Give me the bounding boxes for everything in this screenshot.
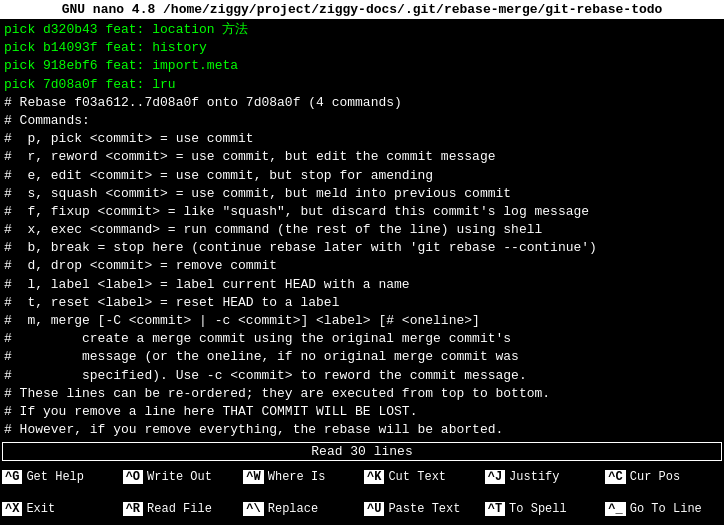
shortcut-key: ^R: [123, 502, 143, 516]
title-text: GNU nano 4.8 /home/ziggy/project/ziggy-d…: [62, 2, 663, 17]
shortcut-row-1: ^GGet Help^OWrite Out^WWhere Is^KCut Tex…: [0, 461, 724, 493]
editor-line: # t, reset <label> = reset HEAD to a lab…: [4, 294, 720, 312]
shortcut-key: ^J: [485, 470, 505, 484]
shortcut-label: Cur Pos: [630, 470, 680, 484]
shortcut-row-2: ^XExit^RRead File^\Replace^UPaste Text^T…: [0, 493, 724, 525]
shortcut-label: Paste Text: [388, 502, 460, 516]
shortcut-item[interactable]: ^GGet Help: [0, 461, 121, 493]
shortcut-label: Write Out: [147, 470, 212, 484]
editor-line: # message (or the oneline, if no origina…: [4, 348, 720, 366]
shortcut-key: ^X: [2, 502, 22, 516]
shortcut-item[interactable]: ^UPaste Text: [362, 493, 483, 525]
editor-line: # If you remove a line here THAT COMMIT …: [4, 403, 720, 421]
editor-line: # m, merge [-C <commit> | -c <commit>] <…: [4, 312, 720, 330]
app: GNU nano 4.8 /home/ziggy/project/ziggy-d…: [0, 0, 724, 525]
bottom-bar: ^GGet Help^OWrite Out^WWhere Is^KCut Tex…: [0, 461, 724, 525]
shortcut-key: ^O: [123, 470, 143, 484]
shortcut-item[interactable]: ^WWhere Is: [241, 461, 362, 493]
shortcut-key: ^\: [243, 502, 263, 516]
status-bar: Read 30 lines: [2, 442, 722, 461]
shortcut-key: ^K: [364, 470, 384, 484]
editor-line: pick 918ebf6 feat: import.meta: [4, 57, 720, 75]
editor-line: # Rebase f03a612..7d08a0f onto 7d08a0f (…: [4, 94, 720, 112]
shortcut-label: Read File: [147, 502, 212, 516]
editor-line: # However, if you remove everything, the…: [4, 421, 720, 439]
editor-line: # f, fixup <commit> = like "squash", but…: [4, 203, 720, 221]
editor-line: # x, exec <command> = run command (the r…: [4, 221, 720, 239]
shortcut-label: Cut Text: [388, 470, 446, 484]
editor-line: # p, pick <commit> = use commit: [4, 130, 720, 148]
shortcut-label: Replace: [268, 502, 318, 516]
shortcut-item[interactable]: ^XExit: [0, 493, 121, 525]
editor-line: # s, squash <commit> = use commit, but m…: [4, 185, 720, 203]
editor-line: # e, edit <commit> = use commit, but sto…: [4, 167, 720, 185]
shortcut-label: Exit: [26, 502, 55, 516]
editor-line: # l, label <label> = label current HEAD …: [4, 276, 720, 294]
shortcut-label: To Spell: [509, 502, 567, 516]
shortcut-item[interactable]: ^OWrite Out: [121, 461, 242, 493]
shortcut-item[interactable]: ^CCur Pos: [603, 461, 724, 493]
shortcut-item[interactable]: ^JJustify: [483, 461, 604, 493]
shortcut-key: ^G: [2, 470, 22, 484]
editor-line: # r, reword <commit> = use commit, but e…: [4, 148, 720, 166]
title-bar: GNU nano 4.8 /home/ziggy/project/ziggy-d…: [0, 0, 724, 19]
editor-line: # specified). Use -c <commit> to reword …: [4, 367, 720, 385]
editor-line: # create a merge commit using the origin…: [4, 330, 720, 348]
shortcut-item[interactable]: ^\Replace: [241, 493, 362, 525]
editor-line: # d, drop <commit> = remove commit: [4, 257, 720, 275]
shortcut-item[interactable]: ^_Go To Line: [603, 493, 724, 525]
shortcut-key: ^U: [364, 502, 384, 516]
editor-line: pick 7d08a0f feat: lru: [4, 76, 720, 94]
editor-line: # Commands:: [4, 112, 720, 130]
editor-line: # b, break = stop here (continue rebase …: [4, 239, 720, 257]
shortcut-key: ^W: [243, 470, 263, 484]
shortcut-key: ^C: [605, 470, 625, 484]
shortcut-label: Go To Line: [630, 502, 702, 516]
shortcut-label: Where Is: [268, 470, 326, 484]
editor-line: pick d320b43 feat: location 方法: [4, 21, 720, 39]
shortcut-item[interactable]: ^RRead File: [121, 493, 242, 525]
shortcut-key: ^_: [605, 502, 625, 516]
status-text: Read 30 lines: [311, 444, 412, 459]
shortcut-label: Justify: [509, 470, 559, 484]
shortcut-key: ^T: [485, 502, 505, 516]
shortcut-item[interactable]: ^TTo Spell: [483, 493, 604, 525]
shortcut-label: Get Help: [26, 470, 84, 484]
editor-line: # These lines can be re-ordered; they ar…: [4, 385, 720, 403]
shortcut-item[interactable]: ^KCut Text: [362, 461, 483, 493]
editor-area[interactable]: pick d320b43 feat: location 方法pick b1409…: [0, 19, 724, 442]
editor-line: pick b14093f feat: history: [4, 39, 720, 57]
